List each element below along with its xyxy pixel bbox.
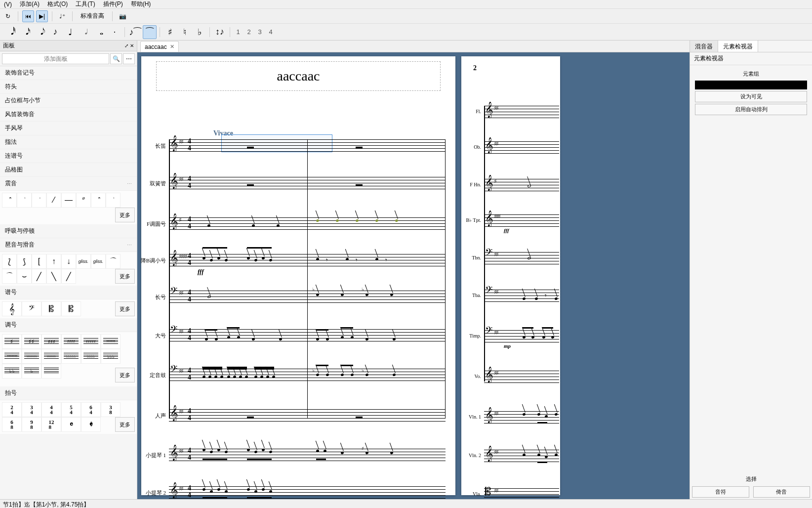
ts-68[interactable]: 68 bbox=[2, 417, 22, 432]
key-1sharp[interactable]: ♯ bbox=[2, 334, 22, 349]
tab-inspector[interactable]: 元素检视器 bbox=[718, 41, 758, 52]
score-canvas[interactable]: aaccaac Vivace 长笛 𝄞♯♯44 ▬▬ 双簧管 𝄞♯♯44 ▬▬ bbox=[137, 52, 690, 499]
arp-11[interactable]: ╱ bbox=[32, 269, 46, 284]
key-3flat[interactable]: ♭♭♭ bbox=[101, 349, 121, 364]
ts-34[interactable]: 34 bbox=[22, 402, 41, 417]
arp-2[interactable]: ⟆ bbox=[17, 254, 32, 269]
voice-2[interactable]: 2 bbox=[244, 26, 254, 38]
ts-98[interactable]: 98 bbox=[22, 417, 41, 432]
ts-128[interactable]: 128 bbox=[41, 417, 61, 432]
rewind-icon[interactable]: ↻ bbox=[2, 10, 14, 22]
score-page-1[interactable]: aaccaac Vivace 长笛 𝄞♯♯44 ▬▬ 双簧管 𝄞♯♯44 ▬▬ bbox=[141, 56, 455, 495]
menu-format[interactable]: 格式(O) bbox=[45, 0, 70, 9]
note-8th[interactable]: ♪ bbox=[48, 25, 62, 39]
play-icon[interactable]: ▶| bbox=[36, 10, 48, 22]
concert-pitch-toggle[interactable]: 标准音高 bbox=[77, 12, 108, 20]
voice-1[interactable]: 1 bbox=[233, 26, 243, 38]
palette-slurs[interactable]: 连谱号 bbox=[0, 149, 137, 163]
palette-search-input[interactable] bbox=[2, 53, 109, 64]
palette-accordion[interactable]: 手风琴 bbox=[0, 122, 137, 135]
keysig-more[interactable]: 更多 bbox=[115, 368, 135, 382]
more-options-icon[interactable]: ⋯ bbox=[123, 53, 135, 64]
key-5flat[interactable]: ♭♭♭♭♭ bbox=[61, 349, 81, 364]
palette-arpeggios[interactable]: 琶音与滑音⋯ bbox=[0, 238, 137, 252]
clef-alto[interactable]: 𝄡 bbox=[41, 301, 61, 316]
note-64th[interactable]: 𝅘𝅥𝅰 bbox=[4, 25, 18, 39]
staff-violin1[interactable]: 小提琴 1 𝄞♯♯44 ♯ bbox=[169, 449, 446, 461]
key-7sharp[interactable]: ♯♯♯♯♯♯♯ bbox=[2, 349, 22, 364]
arp-1[interactable]: ⟅ bbox=[2, 254, 17, 269]
natural-icon[interactable]: ♮ bbox=[178, 25, 192, 39]
note-half[interactable]: 𝅗𝅥 bbox=[78, 25, 92, 39]
tab-mixer[interactable]: 混音器 bbox=[690, 41, 718, 52]
palette-fretboard[interactable]: 品格图 bbox=[0, 163, 137, 177]
score-page-2[interactable]: 2 Fl.𝄞♯♯ Ob.𝄞♯♯ F Hn.𝄞♯ B♭ Tpt.𝄞♯♯♯♯ fff… bbox=[461, 56, 560, 495]
camera-icon[interactable]: 📷 bbox=[117, 10, 128, 22]
close-icon[interactable]: ✕ bbox=[170, 43, 174, 50]
key-6flat[interactable]: ♭♭♭♭♭♭ bbox=[41, 349, 61, 364]
flip-icon[interactable]: ↕♪ bbox=[213, 25, 227, 39]
note-quarter[interactable]: ♩ bbox=[63, 25, 77, 39]
palette-bagpipe[interactable]: 风笛装饰音 bbox=[0, 108, 137, 122]
arp-7[interactable]: gliss. bbox=[91, 254, 106, 269]
tremolo-3[interactable]: 𝆬 bbox=[32, 193, 46, 208]
arp-9[interactable]: ⌒ bbox=[2, 269, 17, 284]
arp-5[interactable]: ↓ bbox=[61, 254, 76, 269]
menu-tools[interactable]: 工具(T) bbox=[74, 0, 97, 9]
palette-noteheads[interactable]: 符头 bbox=[0, 80, 137, 94]
staff-violin2[interactable]: 小提琴 2 𝄞♯♯44 bbox=[169, 486, 446, 498]
menu-plugins[interactable]: 插件(P) bbox=[101, 0, 125, 9]
key-6sharp[interactable]: ♯♯♯♯♯♯ bbox=[101, 334, 121, 349]
arp-6[interactable]: gliss. bbox=[76, 254, 91, 269]
note-whole[interactable]: 𝅝 bbox=[93, 25, 107, 39]
note-32nd[interactable]: 𝅘𝅥𝅯 bbox=[19, 25, 33, 39]
flat-icon[interactable]: ♭ bbox=[193, 25, 206, 39]
ts-54[interactable]: 54 bbox=[61, 402, 81, 417]
ts-24[interactable]: 24 bbox=[2, 402, 22, 417]
tremolo-8[interactable]: 𝆫 bbox=[106, 193, 121, 208]
grace-button[interactable]: 倚音 bbox=[753, 486, 811, 498]
tremolo-5[interactable]: — bbox=[61, 193, 76, 208]
key-cmaj[interactable] bbox=[41, 364, 61, 379]
palette-tremolo[interactable]: 震音⋯ bbox=[0, 177, 137, 191]
menu-add[interactable]: 添加(A) bbox=[18, 0, 41, 9]
sharp-icon[interactable]: ♯ bbox=[163, 25, 177, 39]
palette-fingering[interactable]: 指法 bbox=[0, 135, 137, 149]
menu-view[interactable]: (V) bbox=[2, 0, 14, 8]
ts-common[interactable]: 𝄴 bbox=[61, 417, 81, 432]
key-2sharp[interactable]: ♯♯ bbox=[22, 334, 41, 349]
key-4flat[interactable]: ♭♭♭♭ bbox=[81, 349, 101, 364]
key-4sharp[interactable]: ♯♯♯♯ bbox=[61, 334, 81, 349]
ts-more[interactable]: 更多 bbox=[115, 417, 135, 432]
arp-3[interactable]: [ bbox=[32, 254, 46, 269]
arp-10[interactable]: ⌣ bbox=[17, 269, 32, 284]
set-visible-button[interactable]: 设为可见 bbox=[695, 91, 807, 102]
arp-12[interactable]: ╲ bbox=[46, 269, 61, 284]
palette-ornaments[interactable]: 装饰音记号 bbox=[0, 66, 137, 80]
voice-3[interactable]: 3 bbox=[255, 26, 265, 38]
title-frame[interactable]: aaccaac bbox=[156, 61, 441, 91]
palette-breaths[interactable]: 呼吸与停顿 bbox=[0, 224, 137, 238]
key-5sharp[interactable]: ♯♯♯♯♯ bbox=[81, 334, 101, 349]
document-tab[interactable]: aaccaac ✕ bbox=[140, 41, 179, 52]
key-3sharp[interactable]: ♯♯♯ bbox=[41, 334, 61, 349]
palette-keysigs[interactable]: 调号 bbox=[0, 318, 137, 332]
tremolo-6[interactable]: 𝆩 bbox=[76, 193, 91, 208]
metronome-icon[interactable]: ♩⁺ bbox=[56, 10, 68, 22]
arp-8[interactable]: ⌒ bbox=[106, 254, 121, 269]
search-icon[interactable]: 🔍 bbox=[110, 53, 122, 64]
palette-timesigs[interactable]: 拍号 bbox=[0, 386, 137, 400]
clef-tenor[interactable]: 𝄡 bbox=[61, 301, 81, 316]
clef-bass[interactable]: 𝄢 bbox=[22, 301, 41, 316]
tremolo-1[interactable]: 𝆪 bbox=[2, 193, 17, 208]
arp-more[interactable]: 更多 bbox=[115, 269, 135, 284]
voice-4[interactable]: 4 bbox=[266, 26, 276, 38]
ts-38[interactable]: 38 bbox=[101, 402, 121, 417]
key-7flat[interactable]: ♭♭♭♭♭♭♭ bbox=[22, 349, 41, 364]
clef-treble[interactable]: 𝄞 bbox=[2, 301, 22, 316]
palette-list[interactable]: 装饰音记号 符头 占位框与小节 风笛装饰音 手风琴 指法 连谱号 品格图 震音⋯… bbox=[0, 66, 137, 499]
note-16th[interactable]: 𝅘𝅥𝅮 bbox=[34, 25, 47, 39]
tremolo-4[interactable]: ⁄ bbox=[46, 193, 61, 208]
palette-frames[interactable]: 占位框与小节 bbox=[0, 94, 137, 108]
ts-64[interactable]: 64 bbox=[81, 402, 101, 417]
